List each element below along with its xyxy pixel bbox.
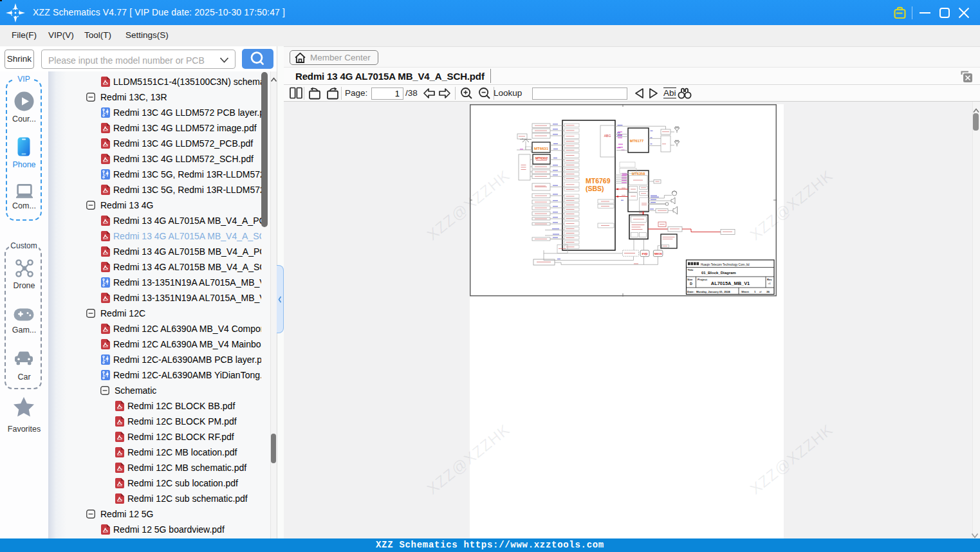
svg-text:Huaqin Telecom Technology Com.: Huaqin Telecom Technology Com.,ltd: [701, 263, 750, 266]
svg-text:ABG: ABG: [604, 134, 611, 138]
svg-text:01_Block_Diagram: 01_Block_Diagram: [701, 271, 736, 275]
svg-text:MT6769: MT6769: [586, 177, 611, 185]
svg-text:Date:: Date:: [687, 290, 695, 293]
svg-text:D: D: [690, 282, 692, 286]
svg-text:MT6631: MT6631: [534, 147, 549, 151]
svg-text:Monday, January 01, 2024: Monday, January 01, 2024: [696, 290, 730, 293]
svg-text:MT6302: MT6302: [535, 156, 548, 160]
svg-text:NMOS: NMOS: [654, 252, 662, 255]
svg-text:(SBS): (SBS): [586, 185, 604, 192]
svg-text:36: 36: [766, 290, 770, 293]
svg-text:AL7015A_MB_V1: AL7015A_MB_V1: [711, 281, 750, 286]
svg-text:Rev: Rev: [767, 278, 772, 281]
svg-text:Sheet: Sheet: [741, 290, 749, 293]
svg-text:Title: Title: [688, 268, 694, 271]
svg-text:Project: Project: [698, 278, 707, 281]
svg-text:MT6177: MT6177: [630, 139, 643, 143]
svg-text:v1: v1: [768, 282, 771, 285]
svg-text:evp: evp: [642, 252, 648, 255]
svg-text:Size: Size: [687, 278, 693, 281]
